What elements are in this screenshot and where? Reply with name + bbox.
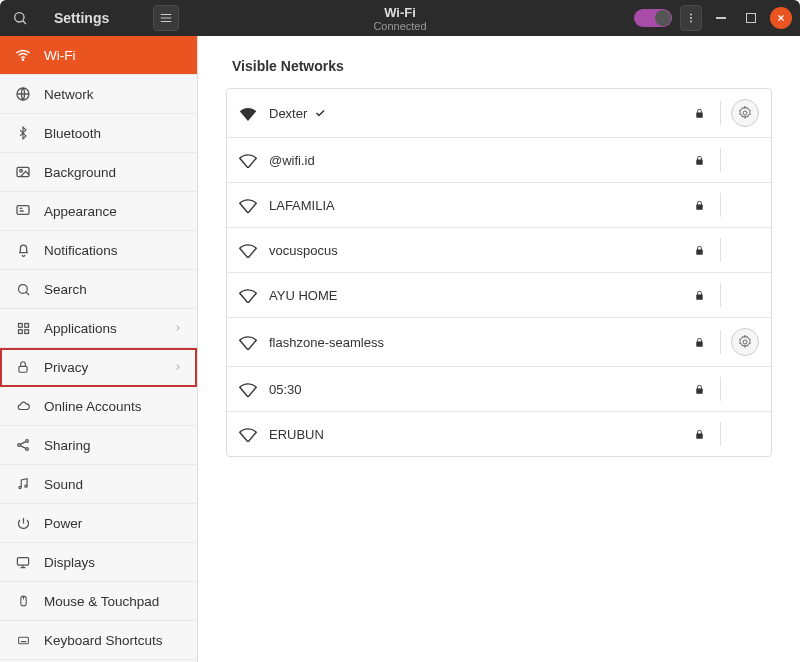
sidebar-item-keyboard[interactable]: Keyboard Shortcuts [0,621,197,660]
main-content: Visible Networks Dexter@wifi.idLAFAMILIA… [198,36,800,662]
sidebar-item-label: Appearance [44,204,117,219]
minimize-button[interactable] [710,7,732,29]
svg-point-4 [22,59,23,60]
wifi-signal-icon [239,286,257,304]
svg-point-17 [26,448,29,451]
network-list: Dexter@wifi.idLAFAMILIAvocuspocusAYU HOM… [226,88,772,457]
svg-rect-14 [19,366,27,372]
lock-icon [692,288,706,302]
sidebar-item-background[interactable]: Background [0,153,197,192]
network-settings-button[interactable] [731,99,759,127]
sidebar-item-applications[interactable]: Applications [0,309,197,348]
page-subtitle: Connected [373,20,426,32]
sidebar-item-displays[interactable]: Displays [0,543,197,582]
svg-rect-8 [17,206,29,215]
sidebar-item-label: Wi-Fi [44,48,75,63]
wifi-signal-icon [239,151,257,169]
bluetooth-icon [14,124,32,142]
lock-icon [692,382,706,396]
sidebar-item-network[interactable]: Network [0,75,197,114]
sidebar-item-label: Power [44,516,82,531]
network-row[interactable]: ERUBUN [227,412,771,456]
svg-rect-13 [24,329,28,333]
sidebar-item-label: Network [44,87,94,102]
network-name: vocuspocus [269,243,692,258]
lock-icon [692,153,706,167]
network-name: 05:30 [269,382,692,397]
sidebar-item-label: Notifications [44,243,118,258]
maximize-button[interactable] [740,7,762,29]
lock-icon [692,427,706,441]
sidebar-item-label: Background [44,165,116,180]
network-row[interactable]: flashzone-seamless [227,318,771,367]
svg-point-25 [743,340,747,344]
svg-point-24 [743,111,747,115]
svg-point-0 [15,13,24,22]
sidebar-item-mouse[interactable]: Mouse & Touchpad [0,582,197,621]
lock-icon [692,243,706,257]
search-button[interactable] [8,6,32,30]
sidebar-item-label: Search [44,282,87,297]
appearance-icon [14,202,32,220]
cloud-icon [14,397,32,415]
svg-rect-11 [24,323,28,327]
network-row[interactable]: 05:30 [227,367,771,412]
svg-rect-10 [18,323,22,327]
sidebar-item-appearance[interactable]: Appearance [0,192,197,231]
network-name: @wifi.id [269,153,692,168]
svg-point-18 [19,486,21,488]
sidebar-item-sound[interactable]: Sound [0,465,197,504]
wifi-signal-icon [239,241,257,259]
close-button[interactable] [770,7,792,29]
sidebar-item-label: Displays [44,555,95,570]
svg-point-19 [25,485,27,487]
network-row[interactable]: AYU HOME [227,273,771,318]
network-row[interactable]: @wifi.id [227,138,771,183]
svg-rect-22 [18,637,28,644]
network-row[interactable]: vocuspocus [227,228,771,273]
sidebar-item-wifi[interactable]: Wi-Fi [0,36,197,75]
sidebar-item-label: Mouse & Touchpad [44,594,159,609]
sidebar-item-label: Sound [44,477,83,492]
sidebar-item-label: Privacy [44,360,88,375]
sidebar-item-label: Bluetooth [44,126,101,141]
svg-rect-12 [18,329,22,333]
svg-point-2 [690,17,692,19]
sidebar-item-sharing[interactable]: Sharing [0,426,197,465]
sidebar-item-bluetooth[interactable]: Bluetooth [0,114,197,153]
sidebar-item-notifications[interactable]: Notifications [0,231,197,270]
network-name: LAFAMILIA [269,198,692,213]
more-menu-button[interactable] [680,5,702,31]
chevron-right-icon [173,361,183,373]
network-settings-button[interactable] [731,328,759,356]
network-row[interactable]: LAFAMILIA [227,183,771,228]
power-icon [14,514,32,532]
section-title: Visible Networks [232,58,772,74]
display-icon [14,553,32,571]
bell-icon [14,241,32,259]
wifi-icon [14,46,32,64]
wifi-signal-icon [239,425,257,443]
mouse-icon [14,592,32,610]
sidebar-item-label: Online Accounts [44,399,142,414]
wifi-toggle[interactable] [634,9,672,27]
music-icon [14,475,32,493]
keyboard-icon [14,631,32,649]
hamburger-menu-button[interactable] [153,5,179,31]
network-name: flashzone-seamless [269,335,692,350]
sidebar-item-label: Applications [44,321,117,336]
wifi-signal-icon [239,104,257,122]
sidebar-item-search[interactable]: Search [0,270,197,309]
svg-point-16 [26,440,29,443]
network-row[interactable]: Dexter [227,89,771,138]
svg-point-9 [18,284,27,293]
network-name: ERUBUN [269,427,692,442]
lock-icon [692,198,706,212]
svg-point-1 [690,14,692,16]
sidebar-item-power[interactable]: Power [0,504,197,543]
sidebar-item-privacy[interactable]: Privacy [0,348,197,387]
sidebar-item-online-accounts[interactable]: Online Accounts [0,387,197,426]
connected-check-icon [313,107,327,119]
sidebar-item-label: Sharing [44,438,91,453]
app-title: Settings [54,10,109,26]
